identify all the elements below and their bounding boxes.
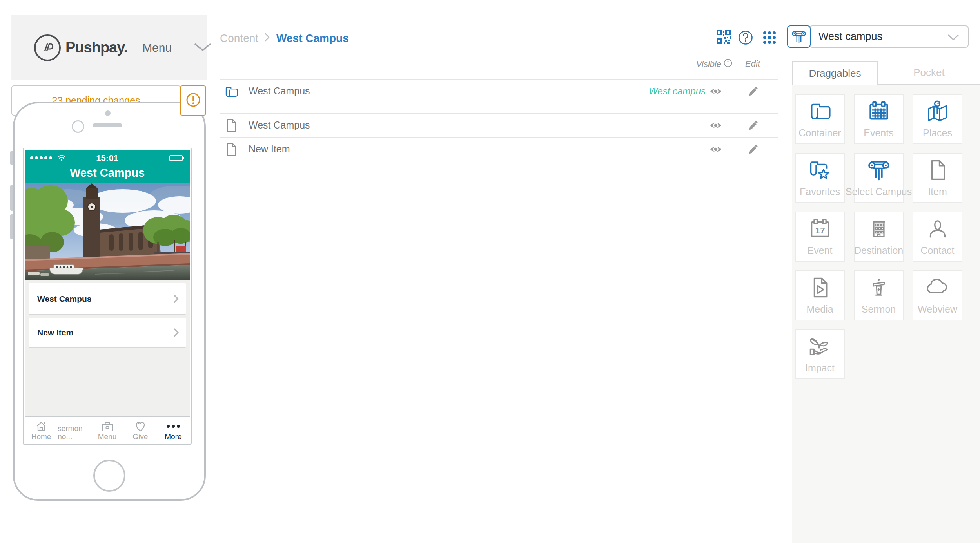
file-icon xyxy=(913,159,962,181)
draggable-label: Favorites xyxy=(800,186,840,197)
breadcrumb: Content West Campus xyxy=(220,32,349,45)
draggable-label: Event xyxy=(808,245,833,256)
draggable-label: Events xyxy=(864,127,893,139)
draggable-label: Item xyxy=(928,186,947,197)
draggable-events[interactable]: Events xyxy=(854,94,904,144)
info-icon[interactable] xyxy=(724,59,732,70)
phone-preview: 15:01 West Campus xyxy=(13,102,206,501)
edit-column-header: Edit xyxy=(737,59,768,69)
visibility-eye-icon[interactable] xyxy=(710,121,722,131)
content-row-label: New Item xyxy=(249,143,290,155)
breadcrumb-content-link[interactable]: Content xyxy=(220,32,258,45)
pulpit-icon xyxy=(855,277,903,299)
visibility-eye-icon[interactable] xyxy=(710,145,722,155)
draggable-contact[interactable]: Contact xyxy=(913,212,962,262)
visibility-eye-icon[interactable] xyxy=(710,87,722,97)
draggable-destination[interactable]: Destination xyxy=(854,212,904,262)
status-time: 15:01 xyxy=(25,153,190,163)
draggable-sermon[interactable]: Sermon xyxy=(854,270,904,320)
content-group: West Campus xyxy=(220,113,778,161)
draggables-panel: Draggables Pocket Container xyxy=(792,0,980,543)
chevron-down-icon[interactable] xyxy=(194,43,212,53)
app-list-item[interactable]: West Campus xyxy=(29,283,186,314)
visible-column-header: Visible xyxy=(688,59,741,70)
heart-icon xyxy=(134,420,147,433)
calendar-grid-icon xyxy=(855,100,903,121)
edit-pencil-icon[interactable] xyxy=(748,144,759,156)
home-icon xyxy=(35,420,47,433)
app-list-item-label: West Campus xyxy=(37,294,91,304)
tab-home[interactable]: Home xyxy=(25,417,58,443)
file-icon xyxy=(224,118,238,132)
folder-icon xyxy=(224,85,238,98)
calendar-day-number: 17 xyxy=(815,226,825,235)
app-grid-icon[interactable] xyxy=(763,31,776,46)
qr-code-button[interactable] xyxy=(717,30,731,45)
draggable-select-campus[interactable]: Select Campus xyxy=(854,153,904,203)
content-row-label: West Campus xyxy=(249,119,310,131)
ellipsis-icon xyxy=(166,420,180,433)
tab-menu[interactable]: Menu xyxy=(91,417,123,443)
phone-front-camera xyxy=(72,120,84,133)
draggable-label: Webview xyxy=(918,304,957,315)
draggable-label: Media xyxy=(806,304,833,315)
phone-camera-dot xyxy=(105,110,111,116)
app-list-item[interactable]: New Item xyxy=(29,318,186,347)
campus-photo xyxy=(25,183,190,280)
tab-sermon-notes[interactable]: sermon no... xyxy=(58,417,91,443)
content-group: West Campus West campus xyxy=(220,79,778,103)
draggable-container[interactable]: Container xyxy=(795,94,845,144)
menu-label[interactable]: Menu xyxy=(142,41,172,54)
brand-menu-bar[interactable]: Pushpay. Menu xyxy=(11,15,207,80)
draggable-label: Contact xyxy=(920,245,954,256)
draggable-label: Sermon xyxy=(862,304,896,315)
draggable-item[interactable]: Item xyxy=(913,153,962,203)
tab-more[interactable]: More xyxy=(157,417,190,443)
draggable-label: Impact xyxy=(805,362,835,374)
draggable-label: Select Campus xyxy=(846,186,912,197)
content-row-item[interactable]: New Item xyxy=(220,137,778,161)
content-row-label: West Campus xyxy=(249,85,310,97)
exclamation-circle-icon xyxy=(186,92,201,109)
file-icon xyxy=(224,142,238,156)
pending-alert-button[interactable] xyxy=(180,85,206,116)
content-row-folder[interactable]: West Campus West campus xyxy=(220,80,778,103)
briefcase-icon xyxy=(101,420,114,433)
tab-label: More xyxy=(165,433,181,441)
draggable-media[interactable]: Media xyxy=(795,270,845,320)
draggable-places[interactable]: Places xyxy=(913,94,962,144)
draggable-webview[interactable]: Webview xyxy=(913,270,962,320)
app-header: 15:01 West Campus xyxy=(25,150,190,183)
chevron-right-icon xyxy=(174,328,179,337)
draggables-grid: Container Events xyxy=(795,94,962,379)
calendar-day-icon: 17 xyxy=(796,218,844,239)
hand-leaves-icon xyxy=(796,335,844,357)
campus-tag: West campus xyxy=(649,86,706,97)
draggables-body: Container Events xyxy=(792,85,980,543)
draggable-event[interactable]: 17 Event xyxy=(795,212,845,262)
help-icon[interactable] xyxy=(738,30,753,47)
draggable-label: Container xyxy=(799,127,841,139)
tab-label: Draggables xyxy=(809,67,861,80)
tab-draggables[interactable]: Draggables xyxy=(792,61,878,85)
draggable-impact[interactable]: Impact xyxy=(795,329,845,379)
tab-label: Menu xyxy=(98,433,117,441)
tab-label: Home xyxy=(31,433,51,441)
folder-star-icon xyxy=(796,159,844,181)
edit-pencil-icon[interactable] xyxy=(748,86,759,98)
tab-pocket[interactable]: Pocket xyxy=(878,61,980,85)
pushpay-content-manager: Pushpay. Menu 23 pending changes xyxy=(0,0,980,543)
edit-pencil-icon[interactable] xyxy=(748,120,759,132)
content-row-item[interactable]: West Campus xyxy=(220,114,778,137)
tab-label: Give xyxy=(132,433,148,441)
app-content: West Campus New Item xyxy=(25,280,190,416)
status-bar: 15:01 xyxy=(25,150,190,163)
pushpay-logo-icon xyxy=(34,34,61,61)
map-pin-icon xyxy=(913,100,962,122)
tab-give[interactable]: Give xyxy=(124,417,157,443)
chevron-right-icon xyxy=(265,32,270,45)
visible-header-label: Visible xyxy=(696,59,721,69)
app-title: West Campus xyxy=(25,167,190,179)
draggable-favorites[interactable]: Favorites xyxy=(795,153,845,203)
cloud-icon xyxy=(913,277,962,295)
